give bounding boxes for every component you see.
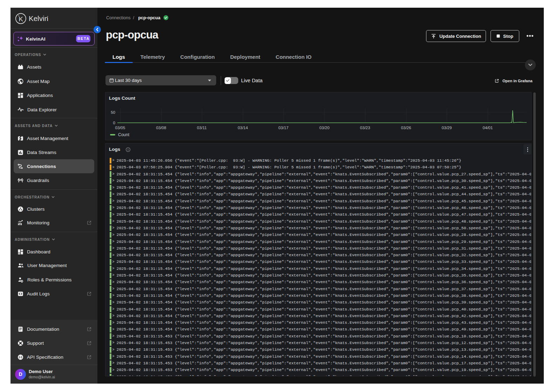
svg-text:Kelvin: Kelvin xyxy=(29,14,48,22)
svg-text:K: K xyxy=(19,15,23,23)
